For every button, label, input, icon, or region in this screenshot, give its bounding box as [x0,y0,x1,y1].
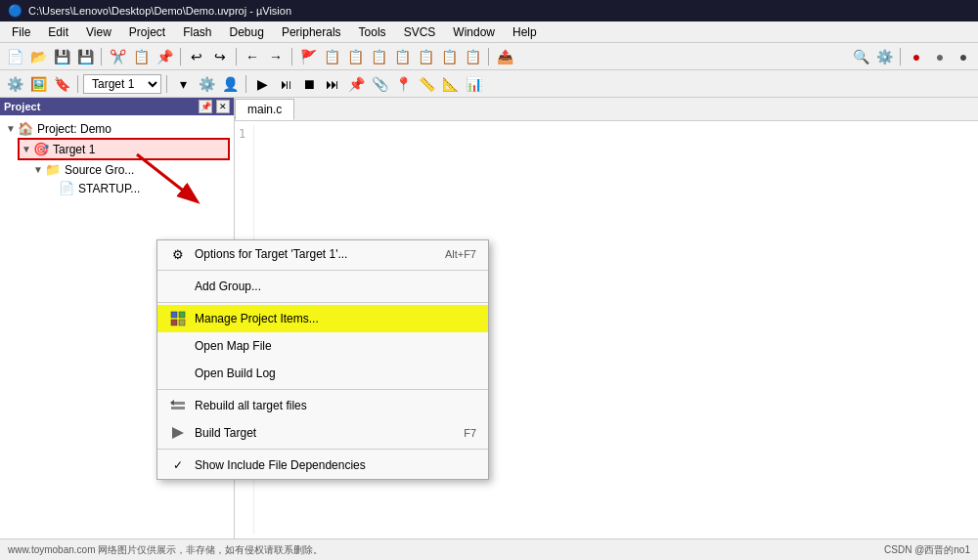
btn-forward[interactable]: → [265,46,287,67]
svg-rect-0 [171,312,177,318]
sep5 [488,48,489,65]
status-left: www.toymoban.com 网络图片仅供展示，非存储，如有侵权请联系删除。 [8,543,323,557]
btn-settings[interactable]: ⚙️ [873,46,895,67]
btn-open[interactable]: 📂 [27,46,49,67]
expand-icon-target: ▼ [22,144,33,154]
menu-peripherals[interactable]: Peripherals [274,23,349,41]
tree-item-target[interactable]: ▼ 🎯 Target 1 [18,138,230,160]
btn-t2[interactable]: 📋 [344,46,366,67]
menu-svcs[interactable]: SVCS [396,23,444,41]
menu-edit[interactable]: Edit [40,23,76,41]
btn-dbg1[interactable]: 📌 [345,73,367,95]
btn-t6[interactable]: 📋 [438,46,460,67]
menu-project[interactable]: Project [121,23,173,41]
btn-dbg6[interactable]: 📊 [463,73,484,95]
btn-circle-r[interactable]: ● [906,46,927,67]
btn-cut[interactable]: ✂️ [107,46,128,67]
ctx-open-build-log[interactable]: Open Build Log [157,360,488,387]
btn-dbg5[interactable]: 📐 [439,73,461,95]
sep2 [180,48,181,65]
status-right: CSDN @西晋的no1 [884,543,970,557]
btn-dbg2[interactable]: 📎 [369,73,390,95]
ctx-checkmark-include: ✓ [169,456,187,474]
btn-new[interactable]: 📄 [4,46,25,67]
btn-redo[interactable]: ↪ [209,46,231,67]
line-num-1: 1 [239,125,245,143]
ctx-sep3 [157,389,488,390]
ctx-icon-rebuild [169,397,187,414]
panel-close-btn[interactable]: ✕ [216,100,230,113]
ctx-sep4 [157,449,488,450]
btn-undo[interactable]: ↩ [186,46,207,67]
startup-icon: 📄 [59,181,74,195]
target-select[interactable]: Target 1 [83,74,161,94]
btn-t3[interactable]: 📋 [368,46,389,67]
btn-t7[interactable]: 📋 [462,46,483,67]
ctx-sep2 [157,302,488,303]
svg-rect-5 [171,407,185,409]
ctx-label-include: Show Include File Dependencies [195,458,366,472]
btn-t-icon3[interactable]: 🔖 [51,73,72,95]
menu-debug[interactable]: Debug [222,23,272,41]
ctx-add-group[interactable]: Add Group... [157,273,488,300]
btn-step2[interactable]: ⏭ [322,73,343,95]
tree-item-source[interactable]: ▼ 📁 Source Gro... [31,160,230,179]
menu-flash[interactable]: Flash [175,23,219,41]
btn-t4[interactable]: 📋 [391,46,413,67]
btn-t5[interactable]: 📋 [415,46,436,67]
ctx-show-include[interactable]: ✓ Show Include File Dependencies [157,452,488,479]
menu-tools[interactable]: Tools [351,23,394,41]
sep1 [101,48,102,65]
svg-rect-3 [179,320,185,325]
menu-file[interactable]: File [4,23,38,41]
btn-stop[interactable]: ⏹ [298,73,320,95]
ctx-open-map[interactable]: Open Map File [157,332,488,360]
btn-saveall[interactable]: 💾 [74,46,96,67]
menu-help[interactable]: Help [505,23,545,41]
panel-pin-btn[interactable]: 📌 [199,100,212,113]
ctx-label-rebuild: Rebuild all target files [195,399,307,412]
btn-save[interactable]: 💾 [51,46,72,67]
sep3 [236,48,237,65]
app-icon: 🔵 [8,4,22,18]
ctx-label-build: Build Target [195,426,256,440]
btn-circle-b[interactable]: ● [953,46,974,67]
menu-view[interactable]: View [78,23,119,41]
menu-window[interactable]: Window [445,23,503,41]
svg-rect-1 [179,312,185,318]
ctx-shortcut-options: Alt+F7 [445,248,476,260]
btn-t1[interactable]: 📋 [321,46,342,67]
btn-target-person[interactable]: 👤 [219,73,241,95]
btn-bookmark[interactable]: 🚩 [297,46,319,67]
sep7 [77,75,78,93]
btn-target-options[interactable]: ⚙️ [4,73,25,95]
ctx-build-target[interactable]: Build Target F7 [157,419,488,447]
sep9 [245,75,246,93]
btn-target-gear[interactable]: ⚙️ [196,73,217,95]
btn-circle-g[interactable]: ● [929,46,951,67]
ctx-manage-project[interactable]: Manage Project Items... [157,305,488,332]
btn-export[interactable]: 📤 [494,46,515,67]
tree-label-startup: STARTUP... [78,182,140,195]
ctx-icon-buildlog [169,365,187,382]
sep4 [291,48,292,65]
btn-dbg3[interactable]: 📍 [392,73,414,95]
tree-item-startup[interactable]: 📄 STARTUP... [45,179,230,197]
btn-t-icon2[interactable]: 🖼️ [27,73,49,95]
ctx-rebuild-all[interactable]: Rebuild all target files [157,392,488,419]
btn-paste[interactable]: 📌 [154,46,175,67]
project-panel-header: Project 📌 ✕ [0,98,234,115]
btn-step[interactable]: ⏯ [275,73,296,95]
btn-target-arrow[interactable]: ▾ [172,73,194,95]
tab-main-c[interactable]: main.c [235,99,294,120]
btn-copy[interactable]: 📋 [130,46,152,67]
ctx-options-target[interactable]: ⚙ Options for Target 'Target 1'... Alt+F… [157,240,488,268]
btn-run[interactable]: ▶ [251,73,273,95]
btn-back[interactable]: ← [242,46,263,67]
btn-find[interactable]: 🔍 [850,46,871,67]
context-menu: ⚙ Options for Target 'Target 1'... Alt+F… [156,239,489,480]
tree-item-project[interactable]: ▼ 🏠 Project: Demo [4,119,230,138]
btn-dbg4[interactable]: 📏 [416,73,437,95]
ctx-sep1 [157,270,488,271]
editor-tabs: main.c [235,98,978,121]
